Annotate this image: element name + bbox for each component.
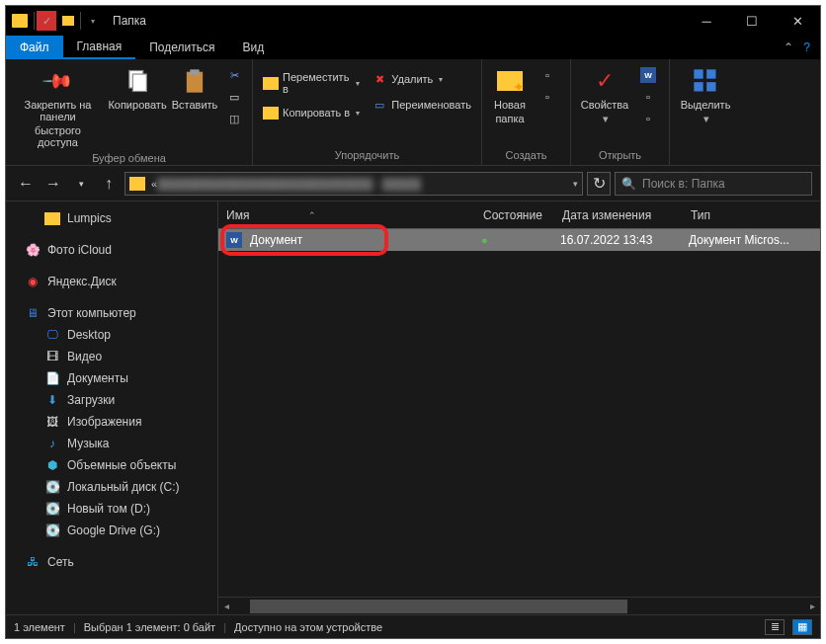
documents-icon: 📄 [43,370,61,386]
folder-icon [12,14,28,28]
nav-bar: ← → ▾ ↑ « ████████████████████████████ ›… [6,166,820,201]
refresh-button[interactable]: ↻ [587,172,611,196]
sidebar-item-documents[interactable]: 📄Документы [6,367,217,389]
word-icon: W [640,67,656,83]
history-button[interactable]: ▫ [636,109,660,128]
paste-shortcut-button[interactable]: ◫ [222,109,246,128]
scroll-left-button[interactable]: ◂ [218,599,234,614]
tab-file[interactable]: Файл [6,36,63,59]
move-to-button[interactable]: Переместить в▾ [259,69,364,97]
sidebar-item-desktop[interactable]: 🖵Desktop [6,324,217,346]
yadisk-icon: ◉ [24,274,41,289]
sidebar-item-pictures[interactable]: 🖼Изображения [6,411,217,433]
recent-button[interactable]: ▾ [69,172,93,196]
qat-checkbox[interactable]: ✓ [37,11,56,31]
sidebar-item-icloud[interactable]: 🌸Фото iCloud [6,239,217,261]
moveto-icon [263,75,279,91]
nav-pane[interactable]: Lumpics 🌸Фото iCloud ◉Яндекс.Диск 🖥Этот … [6,201,218,614]
delete-button[interactable]: ✖ Удалить▾ [368,69,475,89]
objects3d-icon: ⬢ [43,457,61,473]
ribbon-collapse[interactable]: ⌃ [784,40,793,54]
sidebar-item-lumpics[interactable]: Lumpics [6,207,217,229]
qat-item[interactable] [58,11,78,31]
qat-dropdown[interactable]: ▾ [83,11,103,31]
new-item-button[interactable]: ▫ [536,65,559,85]
column-name[interactable]: Имя⌃ [218,208,475,222]
sidebar-item-downloads[interactable]: ⬇Загрузки [6,389,217,411]
sidebar-item-diskg[interactable]: 💽Google Drive (G:) [6,520,217,541]
sidebar-item-music[interactable]: ♪Музыка [6,433,217,454]
open-button[interactable]: W [636,65,660,85]
sidebar-item-diskd[interactable]: 💽Новый том (D:) [6,498,217,520]
easy-access-button[interactable]: ▫ [536,87,559,107]
status-availability: Доступно на этом устройстве [234,621,382,633]
sidebar-item-network[interactable]: 🖧Сеть [6,551,217,573]
shortcut-icon: ◫ [226,111,242,126]
address-bar[interactable]: « ████████████████████████████ › █████ ▾ [124,172,583,196]
music-icon: ♪ [43,436,61,451]
back-button[interactable]: ← [14,172,38,196]
file-type: Документ Micros... [681,233,797,247]
copy-button[interactable]: Копировать [108,63,167,113]
close-button[interactable]: ✕ [775,6,820,36]
column-state[interactable]: Состояние [475,208,554,222]
select-button[interactable]: Выделить ▾ [676,63,735,126]
status-bar: 1 элемент | Выбран 1 элемент: 0 байт | Д… [6,614,820,638]
new-folder-button[interactable]: ✦ Новая папка [488,63,532,126]
scissors-icon: ✂ [226,67,242,83]
sidebar-item-diskc[interactable]: 💽Локальный диск (C:) [6,476,217,498]
check-icon: ● [481,234,488,246]
help-button[interactable]: ? [803,40,810,54]
column-type[interactable]: Тип [683,208,820,222]
file-list-pane: Имя⌃ Состояние Дата изменения Тип W Доку… [218,201,820,614]
window-title: Папка [113,14,146,28]
tab-share[interactable]: Поделиться [135,36,228,59]
view-icons-button[interactable]: ▦ [792,619,812,635]
drive-icon: 💽 [43,523,61,538]
up-button[interactable]: ↑ [97,172,121,196]
ribbon: 📌 Закрепить на панели быстрого доступа К… [6,59,820,166]
svg-rect-5 [706,69,715,78]
status-selection: Выбран 1 элемент: 0 байт [84,621,215,633]
file-row[interactable]: W Документ ● 16.07.2022 13:43 Документ M… [218,229,820,251]
explorer-window: ✓ ▾ Папка ─ ☐ ✕ Файл Главная Поделиться … [5,5,821,639]
folder-icon [43,210,61,226]
paste-icon [179,65,210,97]
file-name: Документ [242,233,473,247]
sidebar-item-yadisk[interactable]: ◉Яндекс.Диск [6,271,217,292]
column-headers[interactable]: Имя⌃ Состояние Дата изменения Тип [218,201,820,229]
pin-quickaccess-button[interactable]: 📌 Закрепить на панели быстрого доступа [12,63,104,150]
paste-button[interactable]: Вставить [171,63,218,113]
horizontal-scrollbar[interactable]: ◂ ▸ [218,597,820,614]
pin-icon: 📌 [36,58,80,103]
maximize-button[interactable]: ☐ [729,6,775,36]
file-state: ● [473,233,552,247]
cut-button[interactable]: ✂ [222,65,246,85]
properties-button[interactable]: ✓ Свойства ▾ [577,63,632,126]
minimize-button[interactable]: ─ [684,6,729,36]
select-icon [690,65,721,97]
sidebar-item-video[interactable]: 🎞Видео [6,346,217,367]
edit-button[interactable]: ▫ [636,87,660,107]
svg-rect-7 [706,82,715,91]
sort-indicator-icon: ⌃ [308,210,316,220]
tab-view[interactable]: Вид [228,36,278,59]
sidebar-item-thispc[interactable]: 🖥Этот компьютер [6,302,217,324]
search-box[interactable]: 🔍 Поиск в: Папка [615,172,812,196]
sidebar-item-3dobjects[interactable]: ⬢Объемные объекты [6,454,217,476]
tab-home[interactable]: Главная [63,36,136,59]
quick-access-toolbar: ✓ ▾ [34,11,103,31]
scroll-right-button[interactable]: ▸ [804,599,820,614]
network-icon: 🖧 [24,554,41,570]
column-date[interactable]: Дата изменения [554,208,683,222]
view-details-button[interactable]: ≣ [765,619,785,635]
rename-button[interactable]: ▭ Переименовать [368,95,475,115]
svg-rect-4 [694,69,702,78]
file-list[interactable]: W Документ ● 16.07.2022 13:43 Документ M… [218,229,820,597]
delete-icon: ✖ [372,71,387,87]
copy-to-button[interactable]: Копировать в▾ [259,103,364,122]
copy-path-button[interactable]: ▭ [222,87,246,107]
scroll-thumb[interactable] [250,600,627,613]
svg-rect-1 [132,74,146,92]
forward-button[interactable]: → [41,172,65,196]
